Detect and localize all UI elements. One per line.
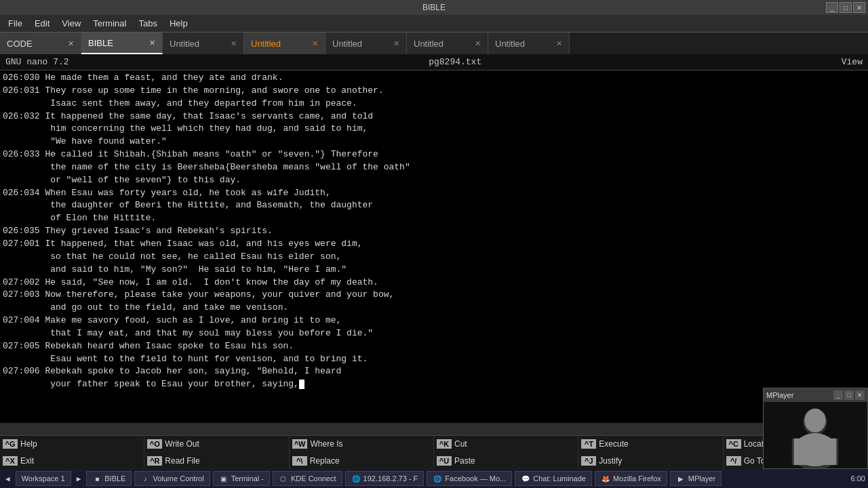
workspace-name: Workspace 1 xyxy=(22,474,65,483)
mplayer-minimize[interactable]: _ xyxy=(833,390,843,400)
tab-untitled2-label: Untitled xyxy=(332,39,389,49)
window-controls[interactable]: _ □ ✕ xyxy=(826,2,865,13)
text-line: the name of the city is Beersheba{Beersh… xyxy=(3,161,865,174)
menubar: File Edit View Terminal Tabs Help xyxy=(0,15,868,33)
shortcut-help[interactable]: ^G Help xyxy=(0,436,144,453)
mplayer-title: MPlayer xyxy=(766,391,793,399)
shortcut-col-5: ^T Execute ^J Justify xyxy=(578,436,723,469)
shortcut-readfile[interactable]: ^R Read File xyxy=(144,453,288,470)
text-line: 026:034 When Esau was forty years old, h… xyxy=(3,187,865,200)
text-line: him concerning the well which they had d… xyxy=(3,123,865,136)
tab-bible[interactable]: BIBLE ✕ xyxy=(81,33,163,54)
text-line: of Elon the Hittite. xyxy=(3,212,865,225)
text-line: your father speak to Esau your brother, … xyxy=(3,378,865,391)
text-line: "We have found water." xyxy=(3,136,865,148)
tab-untitled-active-close[interactable]: ✕ xyxy=(312,39,318,48)
volume-icon: ♪ xyxy=(140,474,150,483)
bible-icon: ■ xyxy=(92,474,102,483)
mplayer-window[interactable]: MPlayer _ □ ✕ xyxy=(763,388,868,469)
tab-untitled2-close[interactable]: ✕ xyxy=(393,39,399,48)
taskbar-volume[interactable]: ♪ Volume Control xyxy=(134,471,210,486)
tab-untitled1-close[interactable]: ✕ xyxy=(231,39,237,48)
shortcut-whereis[interactable]: ^W Where Is xyxy=(290,436,433,453)
terminal-icon: ▣ xyxy=(219,474,229,483)
tab-untitled-1[interactable]: Untitled ✕ xyxy=(163,33,244,54)
shortcut-exit[interactable]: ^X Exit xyxy=(0,453,144,470)
shortcut-label-replace: Replace xyxy=(310,456,340,466)
shortcut-label-justify: Justify xyxy=(599,456,622,466)
close-button[interactable]: ✕ xyxy=(853,2,865,13)
firefox-icon: 🦊 xyxy=(601,474,610,483)
shortcut-label-whereis: Where Is xyxy=(310,439,342,449)
browser-icon-1: 🌐 xyxy=(351,474,361,483)
tab-untitled-4[interactable]: Untitled ✕ xyxy=(488,33,570,54)
tab-untitled3-close[interactable]: ✕ xyxy=(475,39,481,48)
taskbar-ip-browser[interactable]: 🌐 192.168.2.73 - F xyxy=(345,471,425,486)
facebook-icon: 🌐 xyxy=(433,474,442,483)
shortcut-justify[interactable]: ^J Justify xyxy=(578,453,722,470)
shortcut-paste[interactable]: ^U Paste xyxy=(434,453,578,470)
text-line: so that he could not see, he called Esau… xyxy=(3,251,865,264)
shortcuts-bar: ^G Help ^X Exit ^O Write Out ^R Read Fil… xyxy=(0,435,868,469)
tab-bar: CODE ✕ BIBLE ✕ Untitled ✕ Untitled ✕ Unt… xyxy=(0,33,868,54)
text-line: 027:005 Rebekah heard when Isaac spoke t… xyxy=(3,340,865,353)
workspace-next[interactable]: ▶ xyxy=(74,473,84,485)
kde-connect-icon: ⬡ xyxy=(279,474,288,483)
tab-untitled-2[interactable]: Untitled ✕ xyxy=(326,33,407,54)
menu-tabs[interactable]: Tabs xyxy=(133,17,162,30)
mplayer-maximize[interactable]: □ xyxy=(844,390,854,400)
shortcut-writeout[interactable]: ^O Write Out xyxy=(144,436,288,453)
tab-untitled-active[interactable]: Untitled ✕ xyxy=(244,33,326,54)
taskbar-facebook-label: Facebook — Mo... xyxy=(445,474,506,483)
shortcut-key-location: ^C xyxy=(726,439,741,449)
taskbar-kde-label: KDE Connect xyxy=(291,474,336,483)
tab-bible-close[interactable]: ✕ xyxy=(149,39,155,47)
taskbar-mplayer[interactable]: ▶ MPlayer xyxy=(670,471,722,486)
shortcut-key-readfile: ^R xyxy=(147,456,162,466)
text-line: 027:003 Now therefore, please take your … xyxy=(3,289,865,302)
view-mode: View xyxy=(842,57,863,67)
menu-edit[interactable]: Edit xyxy=(29,17,55,30)
shortcut-key-replace: ^\ xyxy=(292,456,307,466)
menu-file[interactable]: File xyxy=(3,17,28,30)
minimize-button[interactable]: _ xyxy=(826,2,838,13)
shortcut-key-execute: ^T xyxy=(581,439,596,449)
mplayer-controls[interactable]: _ □ ✕ xyxy=(833,390,865,400)
taskbar-facebook[interactable]: 🌐 Facebook — Mo... xyxy=(427,471,512,486)
shortcut-execute[interactable]: ^T Execute xyxy=(578,436,722,453)
text-line: 026:030 He made them a feast, and they a… xyxy=(3,72,865,85)
taskbar-chat[interactable]: 💬 Chat: Luminade xyxy=(515,471,592,486)
tab-untitled-3[interactable]: Untitled ✕ xyxy=(407,33,488,54)
workspace-prev[interactable]: ◀ xyxy=(3,473,13,485)
text-line: and go out to the field, and take me ven… xyxy=(3,302,865,314)
shortcut-replace[interactable]: ^\ Replace xyxy=(290,453,433,470)
tab-code[interactable]: CODE ✕ xyxy=(0,33,81,54)
tab-code-label: CODE xyxy=(7,39,64,49)
taskbar-bible[interactable]: ■ BIBLE xyxy=(86,471,132,486)
editor-content[interactable]: 026:030 He made them a feast, and they a… xyxy=(0,70,868,423)
taskbar-kde-connect[interactable]: ⬡ KDE Connect xyxy=(273,471,342,486)
tab-untitled4-close[interactable]: ✕ xyxy=(556,39,562,48)
workspace-label[interactable]: Workspace 1 xyxy=(16,471,71,486)
taskbar-terminal[interactable]: ▣ Terminal - xyxy=(213,471,270,486)
taskbar-firefox[interactable]: 🦊 Mozilla Firefox xyxy=(595,471,667,486)
menu-help[interactable]: Help xyxy=(164,17,193,30)
shortcut-label-readfile: Read File xyxy=(165,456,199,466)
text-line: or "well of the seven"} to this day. xyxy=(3,174,865,187)
mplayer-close[interactable]: ✕ xyxy=(855,390,865,400)
chat-icon: 💬 xyxy=(521,474,530,483)
text-line: Isaac sent them away, and they departed … xyxy=(3,98,865,110)
tab-untitled-active-label: Untitled xyxy=(251,39,308,49)
menu-view[interactable]: View xyxy=(56,17,86,30)
shortcut-cut[interactable]: ^K Cut xyxy=(434,436,578,453)
statusbar-top: GNU nano 7.2 pg8294.txt View xyxy=(0,54,868,70)
taskbar: ◀ Workspace 1 ▶ ■ BIBLE ♪ Volume Control… xyxy=(0,469,868,488)
mplayer-titlebar: MPlayer _ □ ✕ xyxy=(764,388,867,402)
taskbar-bible-label: BIBLE xyxy=(104,474,125,483)
menu-terminal[interactable]: Terminal xyxy=(87,17,132,30)
maximize-button[interactable]: □ xyxy=(840,2,852,13)
tab-code-close[interactable]: ✕ xyxy=(68,39,74,48)
text-content: 026:030 He made them a feast, and they a… xyxy=(3,72,865,391)
text-line: 027:004 Make me savory food, such as I l… xyxy=(3,314,865,327)
nano-version: GNU nano 7.2 xyxy=(5,57,69,67)
